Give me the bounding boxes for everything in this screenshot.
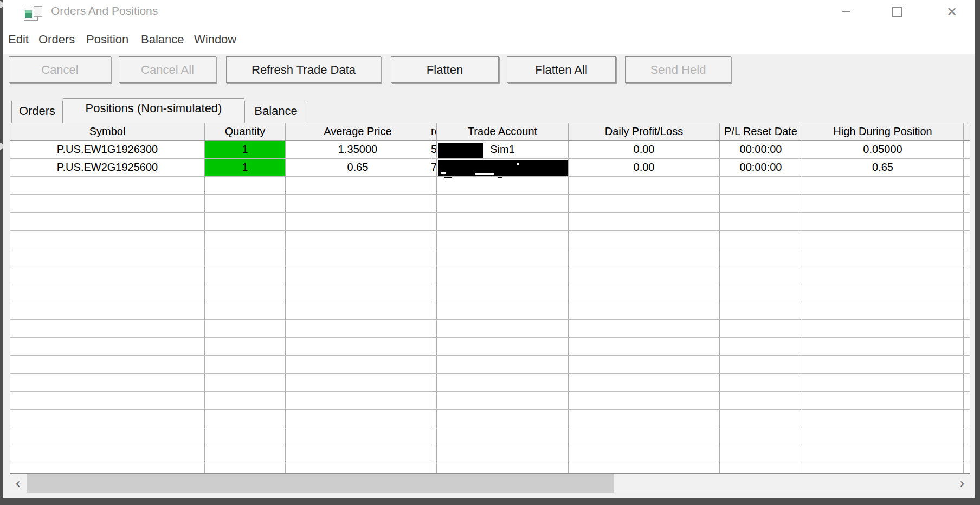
table-cell — [437, 427, 569, 445]
send-held-button[interactable]: Send Held — [625, 56, 731, 83]
table-cell — [286, 302, 430, 319]
table-cell — [286, 266, 430, 284]
table-cell — [720, 410, 802, 427]
refresh-trade-data-button[interactable]: Refresh Trade Data — [226, 56, 381, 83]
table-cell — [802, 302, 964, 319]
table-cell — [430, 320, 437, 337]
horizontal-scrollbar[interactable]: ‹ › — [10, 474, 970, 493]
table-cell — [437, 410, 569, 427]
table-cell — [964, 177, 970, 194]
menu-item-orders[interactable]: Orders — [38, 33, 75, 47]
table-cell: 0.65 — [802, 159, 964, 176]
redaction-speckle — [517, 163, 519, 165]
tab-balance[interactable]: Balance — [244, 101, 307, 123]
table-cell — [10, 213, 205, 230]
flatten-button[interactable]: Flatten — [391, 56, 499, 83]
table-cell — [964, 410, 970, 427]
table-cell — [964, 141, 970, 158]
table-row[interactable]: P.US.EW1G192630011.350005.Sim10.0000:00:… — [10, 141, 970, 159]
table-cell — [964, 320, 970, 337]
table-cell: 7. — [430, 159, 437, 176]
header-cell: Trade Account — [437, 123, 569, 140]
table-cell — [569, 392, 720, 409]
scrollbar-thumb[interactable] — [27, 474, 614, 493]
table-cell — [430, 248, 437, 266]
table-cell — [569, 195, 720, 212]
table-cell — [964, 427, 970, 445]
table-cell — [10, 302, 205, 319]
table-cell — [430, 284, 437, 302]
table-cell — [964, 356, 970, 373]
table-cell — [720, 374, 802, 391]
header-cell — [964, 123, 970, 140]
table-cell: 00:00:00 — [720, 159, 802, 176]
table-cell: 0.65 — [286, 159, 430, 176]
header-cell: P/L Reset Date — [720, 123, 802, 140]
header-cell: Average Price — [286, 123, 430, 140]
table-cell — [10, 248, 205, 266]
table-cell — [802, 463, 964, 474]
table-cell: P.US.EW1G1926300 — [10, 141, 205, 158]
empty-table-row — [10, 231, 970, 248]
table-cell — [569, 266, 720, 284]
table-cell — [10, 231, 205, 248]
table-cell — [286, 338, 430, 355]
table-cell — [437, 177, 569, 194]
table-cell — [720, 302, 802, 319]
table-cell — [569, 284, 720, 302]
table-cell — [205, 338, 286, 355]
table-cell — [437, 195, 569, 212]
maximize-button[interactable] — [881, 0, 913, 24]
table-cell — [802, 231, 964, 248]
menu-item-window[interactable]: Window — [194, 33, 236, 47]
menu-item-balance[interactable]: Balance — [141, 33, 184, 47]
cancel-all-button[interactable]: Cancel All — [119, 56, 216, 83]
empty-table-row — [10, 374, 970, 392]
table-cell — [720, 177, 802, 194]
table-cell — [430, 266, 437, 284]
menu-item-edit[interactable]: Edit — [8, 33, 29, 47]
table-cell — [720, 463, 802, 474]
table-cell — [437, 302, 569, 319]
table-cell — [10, 356, 205, 373]
table-cell — [437, 213, 569, 230]
table-cell — [569, 320, 720, 337]
table-cell — [430, 374, 437, 391]
empty-table-row — [10, 463, 970, 474]
table-cell — [10, 427, 205, 445]
scroll-right-arrow[interactable]: › — [954, 474, 970, 493]
table-cell — [286, 231, 430, 248]
table-cell — [437, 463, 569, 474]
table-cell — [437, 248, 569, 266]
tab-orders[interactable]: Orders — [11, 101, 63, 123]
table-cell — [286, 177, 430, 194]
table-cell — [10, 445, 205, 463]
table-cell — [964, 213, 970, 230]
tab-positions[interactable]: Positions (Non-simulated) — [63, 98, 244, 123]
table-cell — [569, 231, 720, 248]
menu-item-position[interactable]: Position — [86, 33, 128, 47]
flatten-all-button[interactable]: Flatten All — [507, 56, 616, 83]
table-cell — [720, 213, 802, 230]
table-cell — [569, 302, 720, 319]
table-cell — [720, 248, 802, 266]
table-cell — [569, 248, 720, 266]
minimize-button[interactable] — [830, 0, 862, 24]
empty-table-row — [10, 427, 970, 445]
cancel-button[interactable]: Cancel — [9, 56, 111, 83]
maximize-icon — [892, 7, 902, 17]
table-cell — [802, 338, 964, 355]
table-cell — [802, 445, 964, 463]
table-cell — [964, 266, 970, 284]
table-cell — [205, 392, 286, 409]
close-button[interactable]: ✕ — [936, 0, 968, 24]
scroll-left-arrow[interactable]: ‹ — [10, 474, 26, 493]
header-cell: Symbol — [10, 123, 205, 140]
table-cell — [10, 392, 205, 409]
quantity-cell-highlighted: 1 — [205, 141, 286, 158]
table-cell — [286, 392, 430, 409]
empty-table-row — [10, 445, 970, 463]
table-cell: 0.00 — [569, 159, 720, 176]
table-cell — [720, 284, 802, 302]
table-cell — [437, 231, 569, 248]
